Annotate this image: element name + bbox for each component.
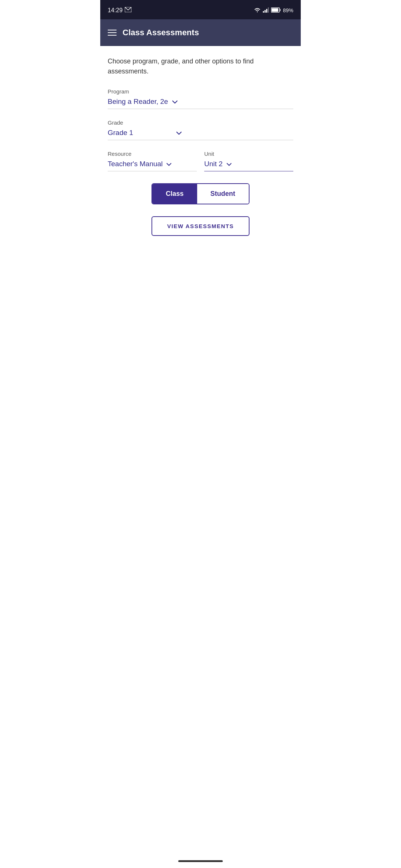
battery-icon [271,7,281,14]
svg-rect-8 [280,9,280,11]
class-student-toggle: Class Student [151,183,249,204]
status-time: 14:29 [108,7,131,14]
program-field: Program Being a Reader, 2e [108,88,293,109]
status-bar: 14:29 [100,0,301,19]
resource-dropdown[interactable]: Teacher's Manual [108,160,197,171]
grade-label: Grade [108,119,293,126]
grade-dropdown-value[interactable]: Grade 1 [108,129,182,137]
svg-rect-3 [264,10,265,13]
grade-chevron-down-icon [176,129,182,137]
grade-field: Grade Grade 1 [108,119,293,140]
svg-rect-4 [266,9,267,13]
unit-dropdown[interactable]: Unit 2 [204,160,293,171]
home-indicator-bar [178,860,223,862]
unit-label: Unit [204,151,293,157]
app-header: Class Assessments [100,19,301,46]
view-assessments-button[interactable]: VIEW ASSESSMENTS [151,216,249,236]
resource-dropdown-value[interactable]: Teacher's Manual [108,160,197,168]
battery-percent: 89% [283,7,293,13]
program-chevron-down-icon [172,98,178,106]
signal-icon [263,7,269,14]
program-dropdown[interactable]: Being a Reader, 2e [108,98,293,109]
svg-point-1 [257,11,258,12]
main-content: Choose program, grade, and other options… [100,46,301,857]
svg-rect-7 [271,8,278,11]
wifi-icon [254,7,261,14]
resource-chevron-down-icon [166,160,172,168]
program-label: Program [108,88,293,95]
menu-icon[interactable] [108,30,117,36]
page-description: Choose program, grade, and other options… [108,56,293,76]
student-tab-button[interactable]: Student [197,184,249,204]
time-display: 14:29 [108,7,123,14]
mail-icon [125,7,131,14]
program-dropdown-value[interactable]: Being a Reader, 2e [108,98,293,106]
status-icons: 89% [254,7,293,14]
page-title: Class Assessments [123,28,199,37]
home-indicator [100,857,301,868]
unit-field: Unit Unit 2 [204,151,293,171]
class-tab-button[interactable]: Class [152,184,197,204]
unit-chevron-down-icon [226,160,232,168]
svg-rect-5 [268,7,269,13]
view-assessments-wrapper: VIEW ASSESSMENTS [108,216,293,236]
resource-field: Resource Teacher's Manual [108,151,197,171]
unit-dropdown-value[interactable]: Unit 2 [204,160,293,168]
svg-rect-2 [263,11,264,13]
grade-dropdown[interactable]: Grade 1 [108,129,293,140]
resource-label: Resource [108,151,197,157]
resource-unit-row: Resource Teacher's Manual Unit Unit 2 [108,151,293,171]
